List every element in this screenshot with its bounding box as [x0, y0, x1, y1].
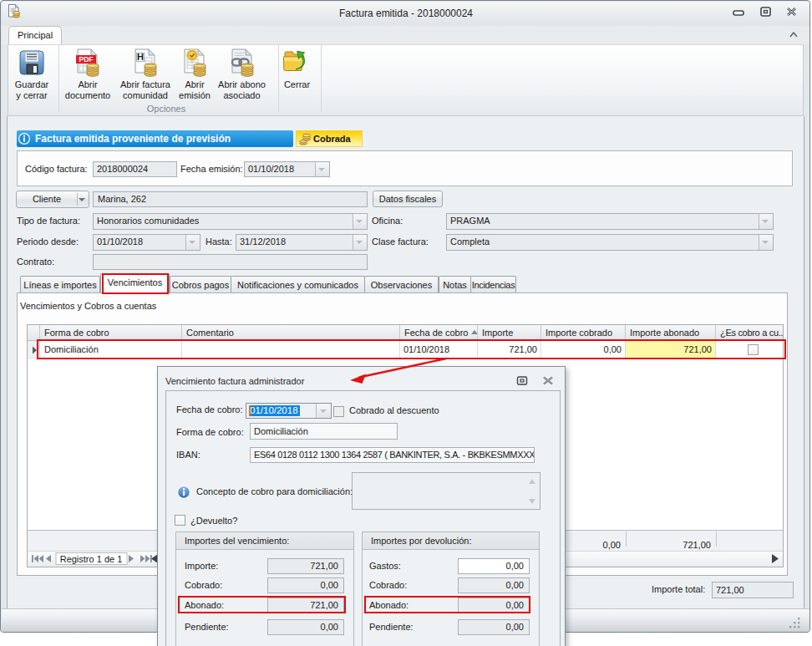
- svg-text:H: H: [137, 52, 144, 62]
- svg-text:PDF: PDF: [79, 55, 94, 64]
- svg-text:Registro 1 de 1: Registro 1 de 1: [60, 554, 123, 564]
